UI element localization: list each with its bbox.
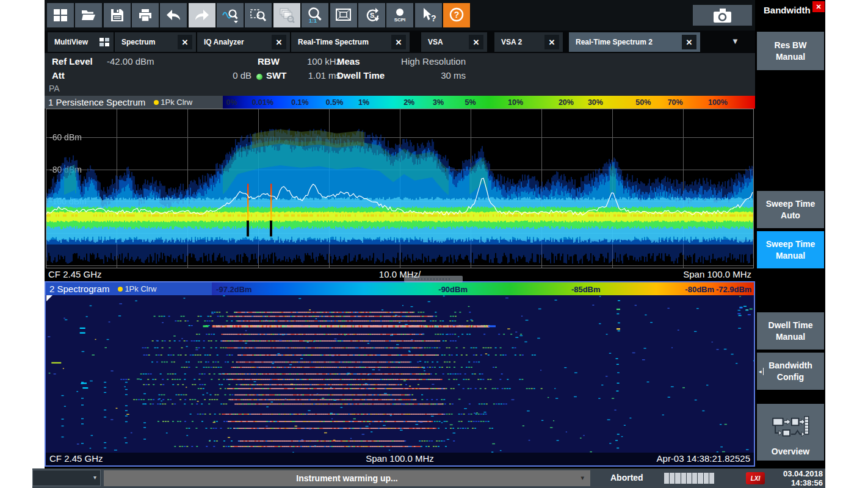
tab-vsa-2[interactable]: VSA 2 ✕ [494, 32, 563, 52]
progress-segment [704, 473, 709, 484]
scale-tick-label: 3% [433, 98, 444, 107]
windows-panes-button[interactable] [47, 3, 74, 27]
spectrogram-title-left[interactable]: 2 Spectrogram 1Pk Clrw [46, 282, 212, 295]
zoom-one-to-one-button[interactable]: 1:1 [302, 3, 328, 27]
one-to-one-zoom-icon: 1:1 [306, 7, 324, 24]
spectrogram-canvas[interactable] [46, 295, 754, 453]
tab-list-dropdown[interactable]: ▼ [731, 37, 739, 46]
close-menu-button[interactable]: ✕ [812, 1, 825, 12]
overview-flowchart-icon [772, 415, 809, 443]
undo-button[interactable] [160, 3, 187, 27]
scale-tick-label: 30% [588, 98, 603, 107]
att-value[interactable]: 0 dB [197, 70, 251, 81]
close-tab-icon[interactable]: ✕ [391, 35, 406, 49]
svg-text:SCPI: SCPI [394, 17, 406, 23]
screenshot-button[interactable] [693, 5, 752, 26]
progress-segment [664, 473, 669, 484]
center-frequency: CF 2.45 GHz [49, 453, 103, 464]
meas-value[interactable]: High Resolution [359, 56, 466, 66]
scale-tick-label: -80dBm [685, 284, 714, 293]
softkey-res-bw-manual[interactable]: Res BW Manual [757, 32, 824, 70]
trace-legend: 1Pk Clrw [118, 284, 156, 293]
tab-label: VSA [428, 38, 443, 46]
dwell-time-value[interactable]: 30 ms [359, 70, 466, 81]
tab-label: Spectrum [121, 38, 155, 46]
save-button[interactable] [104, 3, 131, 27]
spectrogram-area[interactable] [46, 295, 754, 453]
scale-tick-label: -72.9dBm [716, 284, 752, 293]
close-tab-icon[interactable]: ✕ [178, 35, 192, 49]
camera-icon [712, 6, 734, 24]
print-button[interactable] [132, 3, 159, 27]
print-icon [137, 7, 153, 23]
tab-real-time-spectrum-2[interactable]: Real-Time Spectrum 2 ✕ [569, 32, 700, 52]
trace-label: 1Pk Clrw [161, 98, 192, 107]
layers-zoom-icon [278, 7, 295, 24]
softkey-dwell-time-manual[interactable]: Dwell Time Manual [757, 312, 824, 350]
zoom-waveform-button[interactable] [217, 3, 244, 27]
softkey-sweep-time-auto[interactable]: Sweep Time Auto [757, 191, 824, 228]
spectrogram-panel: 2 Spectrogram 1Pk Clrw -97.2dBm-90dBm-85… [45, 281, 755, 467]
tab-iq-analyzer[interactable]: IQ Analyzer ✕ [197, 32, 290, 52]
swt-value[interactable]: 1.01 ms [289, 70, 341, 81]
zoom-waveform-icon [222, 7, 239, 24]
close-tab-icon[interactable]: ✕ [544, 35, 559, 49]
redo-button[interactable] [189, 3, 215, 27]
tab-spectrum[interactable]: Spectrum ✕ [115, 32, 196, 52]
system-message: Instrument warming up... [296, 473, 397, 483]
persistence-title-left[interactable]: 1 Persistence Spectrum 1Pk Clrw [45, 96, 223, 109]
system-message-bar[interactable]: Instrument warming up... ▾ [104, 470, 590, 486]
channel-info-bar: Ref Level -42.00 dBm RBW 100 kHz Meas Hi… [45, 53, 825, 96]
ref-level-value[interactable]: -42.00 dBm [107, 56, 154, 66]
panel-splitter[interactable] [404, 276, 463, 282]
rbw-label[interactable]: RBW [258, 56, 280, 66]
help-button[interactable]: ? [443, 3, 470, 27]
chevron-down-icon: ▾ [93, 474, 96, 481]
tab-multiview[interactable]: MultiView [48, 32, 114, 52]
open-file-button[interactable] [75, 3, 102, 27]
cursor-help-icon: ? [420, 7, 437, 24]
svg-text:1:1: 1:1 [309, 18, 317, 24]
tab-label: MultiView [54, 38, 88, 46]
tab-vsa[interactable]: VSA ✕ [421, 32, 487, 52]
att-label[interactable]: Att [52, 70, 65, 81]
svg-text:S: S [370, 12, 374, 19]
scale-tick-label: -85dBm [571, 284, 601, 293]
persistence-canvas[interactable] [46, 109, 754, 268]
multiple-zoom-button[interactable] [273, 3, 300, 27]
status-led [256, 74, 262, 80]
rbw-value[interactable]: 100 kHz [289, 56, 341, 66]
svg-text:?: ? [431, 13, 436, 23]
close-tab-icon[interactable]: ✕ [682, 35, 696, 49]
sequencer-dropdown[interactable]: ▾ [32, 470, 101, 486]
zoom-selection-button[interactable] [245, 3, 272, 27]
softkey-overview[interactable]: Overview [757, 404, 824, 461]
swt-label[interactable]: SWT [266, 70, 286, 81]
close-tab-icon[interactable]: ✕ [469, 35, 483, 49]
message-dropdown-icon[interactable]: ▾ [580, 474, 584, 482]
close-tab-icon[interactable]: ✕ [272, 35, 286, 49]
scale-tick-label: 100% [708, 98, 728, 107]
meas-label[interactable]: Meas [337, 56, 360, 66]
softkey-bandwidth-config[interactable]: ◂ Bandwidth Config [757, 353, 824, 390]
persistence-title-bar: 1 Persistence Spectrum 1Pk Clrw 0%0.01%0… [45, 96, 755, 109]
scale-tick-label: 1% [358, 98, 369, 107]
tab-label: Real-Time Spectrum 2 [576, 38, 653, 46]
trace-dot-icon [154, 100, 159, 105]
softkey-sweep-time-manual[interactable]: Sweep Time Manual [757, 231, 824, 268]
tab-real-time-spectrum[interactable]: Real-Time Spectrum ✕ [291, 32, 410, 52]
persistence-plot-area[interactable] [45, 109, 755, 268]
ref-level-label[interactable]: Ref Level [52, 56, 93, 66]
sync-sequencer-button[interactable]: S [358, 3, 385, 27]
zoom-selection-icon [250, 7, 267, 24]
progress-segment [675, 473, 680, 484]
progress-segment [687, 473, 692, 484]
scale-tick-label: 20% [559, 98, 574, 107]
spectrogram-title-bar: 2 Spectrogram 1Pk Clrw -97.2dBm-90dBm-85… [46, 282, 754, 295]
lxi-indicator: LXI [746, 472, 765, 484]
scpi-recorder-button[interactable]: SCPI [386, 3, 413, 27]
display-frame-button[interactable] [330, 3, 357, 27]
scale-tick-label: 5% [465, 98, 476, 107]
context-help-button[interactable]: ? [415, 3, 442, 27]
measurement-state: Aborted [610, 473, 665, 483]
